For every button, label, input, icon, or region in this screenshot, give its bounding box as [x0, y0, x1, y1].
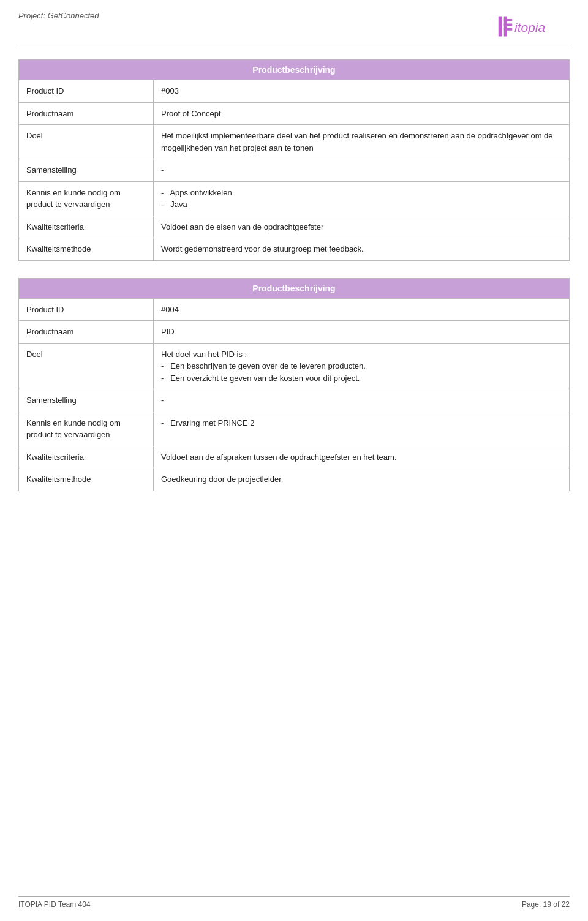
footer-right: Page. 19 of 22 — [522, 900, 570, 909]
row-label: Product ID — [19, 80, 154, 103]
row-label: Kwaliteitscriteria — [19, 446, 154, 468]
content-area: Productbeschrijving Product ID #003 Prod… — [0, 59, 588, 491]
row-label: Samenstelling — [19, 389, 154, 412]
product-table-1: Productbeschrijving Product ID #003 Prod… — [18, 59, 570, 261]
row-value: - Ervaring met PRINCE 2 — [154, 412, 570, 446]
table-title-2: Productbeschrijving — [19, 278, 570, 298]
page-header: Project: GetConnected itopia — [0, 0, 588, 48]
row-value: - Apps ontwikkelen - Java — [154, 181, 570, 216]
table-title-1: Productbeschrijving — [19, 60, 570, 80]
row-value: Wordt gedemonstreerd voor de stuurgroep … — [154, 238, 570, 261]
product-table-2: Productbeschrijving Product ID #004 Prod… — [18, 278, 570, 491]
row-label: Productnaam — [19, 102, 154, 125]
svg-rect-2 — [504, 19, 513, 21]
table-header-row-2: Productbeschrijving — [19, 278, 570, 298]
row-value: Proof of Concept — [154, 102, 570, 125]
svg-rect-3 — [504, 24, 513, 26]
row-value: Het moeilijkst implementeerbare deel van… — [154, 125, 570, 159]
header-divider — [18, 48, 570, 48]
row-value: Het doel van het PID is : - Een beschrij… — [154, 343, 570, 389]
svg-rect-0 — [499, 17, 502, 37]
table-row: Product ID #004 — [19, 298, 570, 321]
table-row: Kwaliteitsmethode Wordt gedemonstreerd v… — [19, 238, 570, 261]
table-row: Kwaliteitscriteria Voldoet aan de eisen … — [19, 216, 570, 238]
row-label: Samenstelling — [19, 159, 154, 182]
row-label: Doel — [19, 343, 154, 389]
footer-left: ITOPIA PID Team 404 — [18, 900, 91, 909]
row-value: #003 — [154, 80, 570, 103]
table-row: Productnaam PID — [19, 321, 570, 344]
row-label: Productnaam — [19, 321, 154, 344]
table-row: Doel Het doel van het PID is : - Een bes… — [19, 343, 570, 389]
row-value: Voldoet aan de afspraken tussen de opdra… — [154, 446, 570, 468]
page-footer: ITOPIA PID Team 404 Page. 19 of 22 — [18, 896, 570, 909]
table-header-row-1: Productbeschrijving — [19, 60, 570, 80]
row-value: - — [154, 389, 570, 412]
itopia-logo: itopia — [496, 11, 570, 42]
row-value: #004 — [154, 298, 570, 321]
row-label: Kwaliteitsmethode — [19, 468, 154, 491]
row-label: Doel — [19, 125, 154, 159]
table-row: Product ID #003 — [19, 80, 570, 103]
row-label: Kennis en kunde nodig om product te verv… — [19, 181, 154, 216]
table-row: Kwaliteitsmethode Goedkeuring door de pr… — [19, 468, 570, 491]
row-label: Kwaliteitscriteria — [19, 216, 154, 238]
table-row: Kennis en kunde nodig om product te verv… — [19, 181, 570, 216]
table-row: Doel Het moeilijkst implementeerbare dee… — [19, 125, 570, 159]
table-row: Samenstelling - — [19, 389, 570, 412]
row-label: Product ID — [19, 298, 154, 321]
table-row: Productnaam Proof of Concept — [19, 102, 570, 125]
table-row: Kwaliteitscriteria Voldoet aan de afspra… — [19, 446, 570, 468]
row-label: Kwaliteitsmethode — [19, 238, 154, 261]
row-value: Goedkeuring door de projectleider. — [154, 468, 570, 491]
project-title: Project: GetConnected — [18, 11, 99, 20]
svg-text:itopia: itopia — [514, 20, 545, 34]
row-label: Kennis en kunde nodig om product te verv… — [19, 412, 154, 446]
logo-area: itopia — [496, 11, 570, 42]
table-row: Samenstelling - — [19, 159, 570, 182]
row-value: Voldoet aan de eisen van de opdrachtgeef… — [154, 216, 570, 238]
row-value: PID — [154, 321, 570, 344]
table-row: Kennis en kunde nodig om product te verv… — [19, 412, 570, 446]
svg-rect-4 — [504, 28, 513, 31]
row-value: - — [154, 159, 570, 182]
